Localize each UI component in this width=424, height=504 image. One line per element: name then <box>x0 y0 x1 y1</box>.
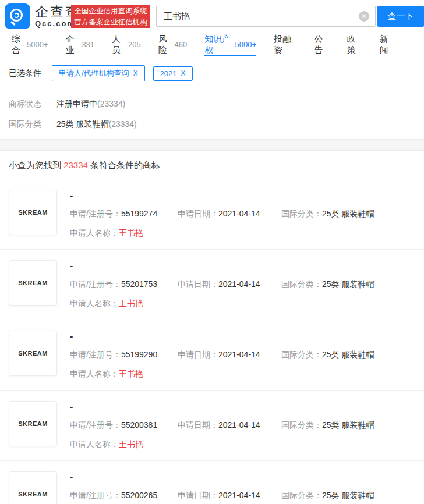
trademark-info: - 申请/注册号：55201753 申请日期：2021-04-14 国际分类：2… <box>70 260 415 309</box>
field-apply-date: 申请日期：2021-04-14 <box>178 279 281 290</box>
tab-news[interactable]: 新闻 <box>380 33 395 56</box>
filter-row-label: 商标状态 <box>9 99 56 109</box>
filter-tag-label: 2021 <box>160 69 177 78</box>
filter-tag-label: 申请人/代理机构查询 <box>59 68 129 79</box>
header: 企查查 Qcc.com 全国企业信用查询系统 官方备案企业征信机构 ✕ 查一下 <box>0 0 424 33</box>
trademark-image[interactable]: SKREAM <box>9 190 57 235</box>
trademark-info: - 申请/注册号：55200381 申请日期：2021-04-14 国际分类：2… <box>70 401 415 450</box>
applicant-link[interactable]: 王书艳 <box>119 369 143 378</box>
tab-composite[interactable]: 综合 5000+ <box>12 33 48 56</box>
trademark-title[interactable]: - <box>70 402 415 411</box>
field-reg-no: 申请/注册号：55201753 <box>70 279 178 290</box>
trademark-card: SKREAM - 申请/注册号：55199274 申请日期：2021-04-14… <box>0 179 424 249</box>
filter-option[interactable]: 25类 服装鞋帽(23334) <box>56 119 137 130</box>
tab-risk[interactable]: 风险 460 <box>158 33 188 56</box>
qcc-logo[interactable]: 企查查 Qcc.com <box>5 3 80 29</box>
trademark-image[interactable]: SKREAM <box>9 401 57 446</box>
tab-label: 知识产权 <box>204 34 232 56</box>
trademark-fields-row: 申请/注册号：55200381 申请日期：2021-04-14 国际分类：25类… <box>70 420 415 431</box>
applicant-link[interactable]: 王书艳 <box>119 299 143 308</box>
tab-count: 331 <box>82 40 94 49</box>
qcc-logo-icon <box>5 3 30 29</box>
filter-tag-applicant-query[interactable]: 申请人/代理机构查询 X <box>52 65 145 81</box>
trademark-applicant-row: 申请人名称：王书艳 <box>70 228 415 239</box>
trademark-fields-row: 申请/注册号：55199290 申请日期：2021-04-14 国际分类：25类… <box>70 350 415 360</box>
summary-count: 23334 <box>63 160 88 170</box>
filter-panel: 已选条件 申请人/代理机构查询 X 2021 X 商标状态 注册申请中(2333… <box>0 56 424 139</box>
trademark-image-text: SKREAM <box>18 209 48 216</box>
trademark-card: SKREAM - 申请/注册号：55200265 申请日期：2021-04-14… <box>0 460 424 504</box>
tab-investment[interactable]: 投融资 <box>274 33 296 56</box>
trademark-title[interactable]: - <box>70 261 415 271</box>
tab-announcement[interactable]: 公告 <box>314 33 329 56</box>
summary-suffix: 条符合条件的商标 <box>88 160 160 170</box>
tab-intellectual-property[interactable]: 知识产权 5000+ <box>204 33 256 56</box>
selected-conditions-label: 已选条件 <box>9 68 41 79</box>
trademark-image-text: SKREAM <box>18 420 48 427</box>
applicant-link[interactable]: 王书艳 <box>119 228 143 237</box>
trademark-title[interactable]: - <box>70 473 415 482</box>
results-summary: 小查为您找到 23334 条符合条件的商标 <box>0 151 424 179</box>
selected-conditions-row: 已选条件 申请人/代理机构查询 X 2021 X <box>9 65 415 82</box>
tab-label: 投融资 <box>274 34 296 56</box>
field-intl-class: 国际分类：25类 服装鞋帽 <box>281 420 374 431</box>
trademark-fields-row: 申请/注册号：55200265 申请日期：2021-04-14 国际分类：25类… <box>70 491 415 501</box>
trademark-card: SKREAM - 申请/注册号：55200381 申请日期：2021-04-14… <box>0 390 424 460</box>
tab-count: 460 <box>175 40 188 49</box>
field-intl-class: 国际分类：25类 服装鞋帽 <box>281 209 374 219</box>
trademark-title[interactable]: - <box>70 332 415 341</box>
field-intl-class: 国际分类：25类 服装鞋帽 <box>281 279 374 290</box>
trademark-image-text: SKREAM <box>18 350 48 357</box>
tab-company[interactable]: 企业 331 <box>66 33 95 56</box>
tab-label: 人员 <box>112 34 125 56</box>
badge-line1: 全国企业信用查询系统 <box>74 6 147 17</box>
trademark-applicant-row: 申请人名称：王书艳 <box>70 299 415 309</box>
filter-option-count: (23334) <box>108 119 136 129</box>
trademark-card: SKREAM - 申请/注册号：55199290 申请日期：2021-04-14… <box>0 320 424 390</box>
trademark-fields-row: 申请/注册号：55199274 申请日期：2021-04-14 国际分类：25类… <box>70 209 415 219</box>
filter-option-count: (23334) <box>97 99 125 108</box>
trademark-title[interactable]: - <box>70 191 415 200</box>
trademark-image[interactable]: SKREAM <box>9 260 57 306</box>
trademark-applicant-row: 申请人名称：王书艳 <box>70 369 415 379</box>
field-reg-no: 申请/注册号：55199290 <box>70 350 178 360</box>
trademark-info: - 申请/注册号：55199290 申请日期：2021-04-14 国际分类：2… <box>70 331 415 379</box>
field-reg-no: 申请/注册号：55199274 <box>70 209 178 219</box>
trademark-image-text: SKREAM <box>18 491 48 498</box>
tab-count: 5000+ <box>27 40 48 49</box>
trademark-image[interactable]: SKREAM <box>9 471 57 504</box>
clear-search-icon[interactable]: ✕ <box>359 11 369 22</box>
field-intl-class: 国际分类：25类 服装鞋帽 <box>281 491 374 501</box>
result-tabs-bar: 综合 5000+ 企业 331 人员 205 风险 460 知识产权 5000+… <box>0 33 424 56</box>
trademark-info: - 申请/注册号：55200265 申请日期：2021-04-14 国际分类：2… <box>70 471 415 504</box>
certification-badge: 全国企业信用查询系统 官方备案企业征信机构 <box>71 5 150 28</box>
field-reg-no: 申请/注册号：55200265 <box>70 491 178 501</box>
filter-option[interactable]: 注册申请中(23334) <box>56 99 125 109</box>
tab-label: 综合 <box>12 34 24 56</box>
remove-filter-icon[interactable]: X <box>181 69 186 77</box>
field-apply-date: 申请日期：2021-04-14 <box>178 350 281 360</box>
field-applicant: 申请人名称：王书艳 <box>70 299 143 309</box>
tab-count: 5000+ <box>235 40 256 49</box>
remove-filter-icon[interactable]: X <box>133 69 138 77</box>
tab-policy[interactable]: 政策 <box>347 33 362 56</box>
applicant-link[interactable]: 王书艳 <box>119 439 143 449</box>
trademark-info: - 申请/注册号：55199274 申请日期：2021-04-14 国际分类：2… <box>70 190 415 239</box>
field-applicant: 申请人名称：王书艳 <box>70 228 143 239</box>
trademark-applicant-row: 申请人名称：王书艳 <box>70 439 415 450</box>
filter-tag-year-2021[interactable]: 2021 X <box>153 66 193 81</box>
search-input[interactable] <box>157 12 359 22</box>
tab-label: 政策 <box>347 34 362 56</box>
field-apply-date: 申请日期：2021-04-14 <box>178 420 281 431</box>
section-divider <box>0 139 424 151</box>
trademark-image[interactable]: SKREAM <box>9 331 57 376</box>
tab-label: 风险 <box>158 34 172 56</box>
tab-person[interactable]: 人员 205 <box>112 33 141 56</box>
field-applicant: 申请人名称：王书艳 <box>70 369 143 379</box>
filter-row-label: 国际分类 <box>9 119 56 130</box>
filter-row-international-class: 国际分类 25类 服装鞋帽(23334) <box>9 114 415 134</box>
trademark-fields-row: 申请/注册号：55201753 申请日期：2021-04-14 国际分类：25类… <box>70 279 415 290</box>
search-button[interactable]: 查一下 <box>377 6 424 27</box>
trademark-image-text: SKREAM <box>18 279 48 286</box>
tab-label: 新闻 <box>380 34 395 56</box>
